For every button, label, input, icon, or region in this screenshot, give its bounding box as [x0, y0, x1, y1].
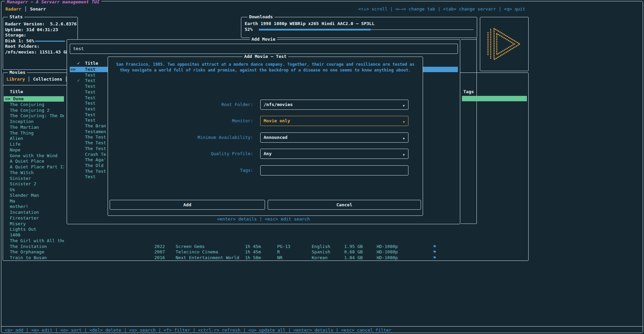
popup-keybindings: <enter> details | <esc> edit search — [67, 216, 460, 222]
movie-description: San Francisco, 1985. Two opposites attra… — [112, 62, 419, 73]
logo-panel — [480, 17, 529, 71]
library-row[interactable]: The Thing — [4, 130, 64, 136]
library-row[interactable]: Nope — [4, 147, 64, 153]
cell-studio: Telecinco Cinema — [176, 249, 218, 255]
library-row[interactable]: => Dune — [4, 96, 64, 102]
library-row[interactable]: Us — [4, 187, 64, 192]
minimum-availability-select[interactable]: Announced ▼ — [260, 132, 408, 143]
tab-collections[interactable]: Collections — [33, 77, 62, 82]
monitor-label: Monitor: — [108, 118, 256, 124]
field-monitor: Monitor: Movie only ▼ — [108, 116, 423, 126]
root-folder-label: Root Folder: — [108, 102, 256, 107]
root-folder-value: /nfs/movies: 11511.43 GB — [5, 49, 76, 55]
library-row[interactable]: Life — [4, 142, 64, 147]
panel-border-segment — [461, 224, 476, 224]
library-row[interactable]: Firestarter — [4, 215, 64, 221]
root-folder-select[interactable]: /nfs/movies ▼ — [260, 100, 408, 110]
disk-usage-bar — [35, 41, 65, 42]
chevron-down-icon: ▼ — [403, 136, 405, 141]
cell-rating: NR — [277, 255, 283, 260]
downloads-panel-title: Downloads — [247, 14, 274, 20]
library-row[interactable]: A Quiet Place Part II — [4, 164, 64, 170]
panel-border-segment — [461, 39, 476, 40]
download-progress: 52% — [245, 27, 473, 32]
chevron-down-icon: ▼ — [403, 103, 405, 108]
tags-cell-selected[interactable] — [462, 96, 527, 101]
library-row[interactable]: The Conjuring — [4, 102, 64, 107]
panel-border-segment — [476, 38, 477, 224]
minimum-availability-value: Announced — [264, 135, 287, 140]
tab-separator: │ — [28, 77, 30, 82]
cell-year: 2022 — [154, 244, 165, 249]
cell-rating: R — [277, 249, 280, 255]
library-row[interactable]: The Witch — [4, 170, 64, 175]
add-button[interactable]: Add — [110, 200, 265, 210]
managarr-logo-icon — [485, 27, 523, 61]
cell-size: 1.95 GB — [344, 244, 363, 249]
quality-profile-select[interactable]: Any ▼ — [260, 149, 408, 159]
monitor-select[interactable]: Movie only ▼ — [260, 116, 408, 126]
bottom-divider — [1, 326, 643, 327]
cell-year: 2016 — [154, 255, 165, 260]
radarr-version: Radarr Version: 5.2.6.8376 — [5, 21, 76, 27]
table-row[interactable]: 2007Telecinco Cinema1h 45mRSpanish0.68 G… — [3, 249, 528, 255]
monitor-value: Movie only — [264, 118, 290, 124]
table-row[interactable]: 2022Screen Gems1h 45mPG-13English1.95 GB… — [3, 244, 528, 249]
field-root-folder: Root Folder: /nfs/movies ▼ — [108, 100, 423, 110]
chevron-down-icon: ▼ — [403, 119, 405, 125]
library-row[interactable]: Ma — [4, 199, 64, 204]
disk-usage: Disk 1: 56% — [5, 38, 76, 44]
add-movie-modal-title: Add Movie – Test — [242, 54, 288, 59]
cell-studio: Screen Gems — [176, 244, 205, 249]
tab-radarr[interactable]: Radarr — [5, 6, 21, 12]
library-row[interactable]: Inception — [4, 119, 64, 124]
library-row[interactable]: Sinister 2 — [4, 181, 64, 187]
field-minimum-availability: Minimum Availability: Announced ▼ — [108, 132, 423, 143]
tab-separator: │ — [24, 6, 27, 12]
disk-usage-fill — [35, 41, 65, 42]
library-row[interactable]: A Quiet Place — [4, 159, 64, 164]
servarr-tabbar: Radarr│Sonarr — [5, 6, 46, 12]
library-row[interactable]: 1408 — [4, 232, 64, 238]
search-query: test — [73, 46, 84, 51]
library-row[interactable]: Misery — [4, 221, 64, 227]
tab-library[interactable]: Library — [6, 77, 25, 82]
cell-size: 1.84 GB — [344, 255, 363, 260]
library-row[interactable]: The Conjuring 2 — [4, 108, 64, 113]
cancel-button[interactable]: Cancel — [268, 200, 421, 210]
column-header-title: Title — [10, 89, 23, 95]
cell-runtime: 1h 45m — [245, 244, 261, 249]
library-row[interactable]: The Girl with All the — [4, 238, 64, 244]
top-keybindings: <↑↓> scroll | <←→> change tab | <tab> ch… — [358, 6, 525, 12]
library-row[interactable]: Incantation — [4, 210, 64, 215]
library-row[interactable]: mother! — [4, 204, 64, 209]
download-percent: 52% — [245, 27, 252, 32]
tab-sonarr[interactable]: Sonarr — [30, 6, 46, 12]
library-row[interactable]: Gone with the Wind — [4, 153, 64, 159]
library-row[interactable]: Alien — [4, 136, 64, 141]
chevron-down-icon: ▼ — [403, 152, 405, 158]
cancel-button-label: Cancel — [336, 202, 352, 207]
quality-profile-label: Quality Profile: — [108, 151, 256, 156]
cell-quality: HD-1080p — [377, 255, 398, 260]
column-header-tags: Tags — [463, 89, 474, 95]
library-row[interactable]: The Conjuring: The De — [4, 113, 64, 119]
tabs-underline — [3, 85, 67, 85]
movies-tabbar: Library│Collections│ — [6, 77, 70, 82]
cell-year: 2007 — [154, 249, 165, 255]
tags-label: Tags: — [108, 168, 256, 173]
tags-input[interactable] — [260, 165, 408, 175]
movie-search-input[interactable]: test — [70, 44, 458, 54]
library-row[interactable]: Slender Man — [4, 193, 64, 198]
library-row[interactable]: Lights Out — [4, 227, 64, 232]
movies-panel-title: Movies — [8, 70, 27, 75]
cell-runtime: 1h 45m — [245, 249, 261, 255]
stats-body: Radarr Version: 5.2.6.8376 Uptime: 31d 0… — [5, 21, 76, 55]
table-row[interactable]: 2016Next Entertainment World1h 58mNRKore… — [3, 255, 528, 260]
cell-rating: PG-13 — [277, 244, 290, 249]
cell-language: Korean — [312, 255, 328, 260]
library-row[interactable]: The Martian — [4, 125, 64, 130]
add-movie-popup-title: Add Movie — [250, 37, 277, 42]
field-quality-profile: Quality Profile: Any ▼ — [108, 149, 423, 159]
library-row[interactable]: Sinister — [4, 176, 64, 181]
